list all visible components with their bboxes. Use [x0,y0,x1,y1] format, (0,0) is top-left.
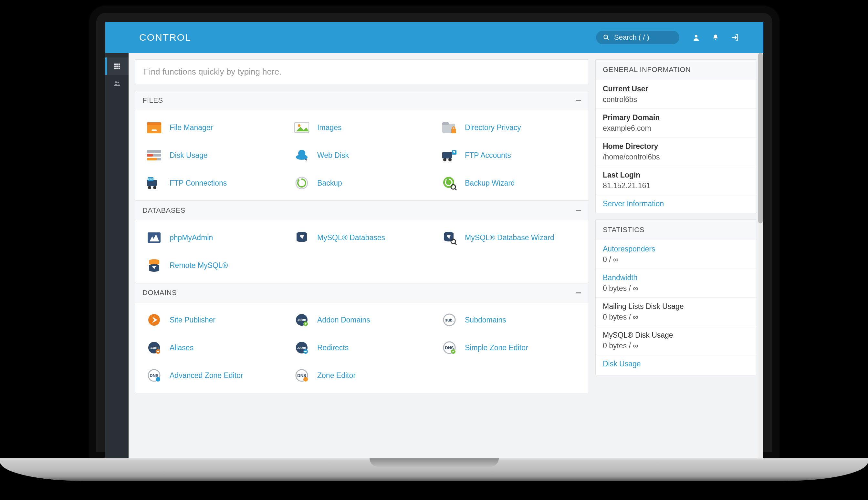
advanced-zone-editor-label: Advanced Zone Editor [170,371,243,380]
sidenav-users[interactable] [105,75,129,92]
svg-rect-9 [114,68,116,69]
info-value: control6bs [603,95,749,104]
search-icon [603,34,610,41]
scrollbar[interactable] [757,53,763,458]
svg-rect-5 [119,64,120,65]
file-manager-label: File Manager [170,123,213,132]
server-information-link[interactable]: Server Information [603,200,664,208]
info-value: /home/control6bs [603,153,749,161]
stat-row: Mailing Lists Disk Usage 0 bytes / ∞ [596,297,757,326]
stat-value: 0 bytes / ∞ [603,341,749,350]
ftp-connections-icon: FTP [144,174,165,192]
info-label: Current User [603,84,749,93]
svg-rect-4 [116,64,118,65]
function-search-panel [135,59,589,84]
general-information-panel: GENERAL INFORMATION Current User control… [596,59,757,213]
svg-rect-20 [442,122,449,125]
user-icon[interactable] [692,34,712,41]
ftp-accounts-icon [439,146,460,164]
aliases-icon: .com [144,339,165,357]
files-collapse-icon[interactable]: − [576,98,581,103]
stat-label[interactable]: Bandwidth [603,273,749,282]
bell-icon[interactable] [712,34,731,41]
search-input[interactable] [614,33,672,42]
databases-section: DATABASES − phpMyAdmin MySQL® Databases … [135,201,589,283]
domains-collapse-icon[interactable]: − [576,290,581,295]
svg-rect-6 [114,66,116,67]
file-manager-icon [144,118,165,137]
backup-tile[interactable]: Backup [291,174,433,192]
backup-wizard-tile[interactable]: Backup Wizard [439,174,580,192]
svg-rect-23 [147,150,161,153]
aliases-label: Aliases [170,343,193,352]
remote-mysql-icon [144,256,165,274]
stat-label[interactable]: Autoresponders [603,245,749,253]
stat-value: 0 bytes / ∞ [603,313,749,321]
svg-line-43 [455,189,456,190]
web-disk-tile[interactable]: Web Disk [291,146,433,164]
file-manager-tile[interactable]: File Manager [144,118,285,137]
info-label: Primary Domain [603,113,749,122]
images-tile[interactable]: Images [291,118,433,137]
mysql-databases-icon [291,228,312,247]
domains-title: DOMAINS [143,288,177,297]
backup-wizard-icon [439,174,460,192]
svg-text:.com: .com [149,345,159,350]
laptop-frame: CONTROL [90,7,779,458]
ftp-accounts-tile[interactable]: FTP Accounts [439,146,580,164]
directory-privacy-icon [439,118,460,137]
redirects-tile[interactable]: .com Redirects [291,339,433,357]
stat-row: Bandwidth 0 bytes / ∞ [596,269,757,297]
site-publisher-tile[interactable]: Site Publisher [144,311,285,329]
statistics-panel: STATISTICS Autoresponders 0 / ∞Bandwidth… [596,219,757,375]
svg-rect-27 [147,158,157,160]
svg-point-18 [298,124,300,127]
images-icon [291,118,312,137]
stat-value: 0 bytes / ∞ [603,284,749,293]
logout-icon[interactable] [731,33,750,42]
phpmyadmin-label: phpMyAdmin [170,234,213,242]
aliases-tile[interactable]: .com Aliases [144,339,285,357]
body-area: FILES − File Manager Images Directory Pr… [105,53,763,458]
stat-label[interactable]: Disk Usage [603,360,749,368]
stat-row: MySQL® Disk Usage 0 bytes / ∞ [596,326,757,355]
svg-point-12 [115,81,117,83]
info-value: example6.com [603,124,749,133]
disk-usage-icon [144,146,165,164]
simple-zone-editor-tile[interactable]: DNS Simple Zone Editor [439,339,580,357]
addon-domains-tile[interactable]: .com+ Addon Domains [291,311,433,329]
domains-header: DOMAINS − [135,283,589,303]
phpmyadmin-tile[interactable]: phpMyAdmin [144,228,285,247]
svg-point-37 [153,186,156,189]
function-search-input[interactable] [135,60,589,84]
stat-value: 0 / ∞ [603,255,749,264]
advanced-zone-editor-tile[interactable]: DNS Advanced Zone Editor [144,366,285,384]
subdomains-tile[interactable]: sub. Subdomains [439,311,580,329]
mysql-database-wizard-tile[interactable]: MySQL® Database Wizard [439,228,580,247]
files-header: FILES − [135,91,589,110]
sidenav-home[interactable] [105,57,129,75]
remote-mysql-tile[interactable]: Remote MySQL® [144,256,285,274]
zone-editor-icon: DNS [291,366,312,384]
directory-privacy-tile[interactable]: Directory Privacy [439,118,580,137]
ftp-connections-label: FTP Connections [170,179,227,188]
subdomains-label: Subdomains [465,316,506,325]
disk-usage-tile[interactable]: Disk Usage [144,146,285,164]
images-label: Images [317,123,342,132]
stat-label: MySQL® Disk Usage [603,331,749,340]
site-publisher-label: Site Publisher [170,316,215,325]
mysql-databases-tile[interactable]: MySQL® Databases [291,228,433,247]
svg-point-0 [604,35,608,39]
global-search[interactable] [596,31,679,44]
svg-text:sub.: sub. [445,318,454,322]
databases-collapse-icon[interactable]: − [576,208,581,213]
ftp-connections-tile[interactable]: FTP FTP Connections [144,174,285,192]
scrollbar-thumb[interactable] [758,53,763,223]
svg-rect-8 [119,66,120,67]
zone-editor-tile[interactable]: DNS Zone Editor [291,366,433,384]
laptop-notch [369,458,499,467]
ftp-accounts-label: FTP Accounts [465,151,511,160]
directory-privacy-label: Directory Privacy [465,123,521,132]
mysql-database-wizard-icon [439,228,460,247]
svg-point-31 [443,158,446,161]
